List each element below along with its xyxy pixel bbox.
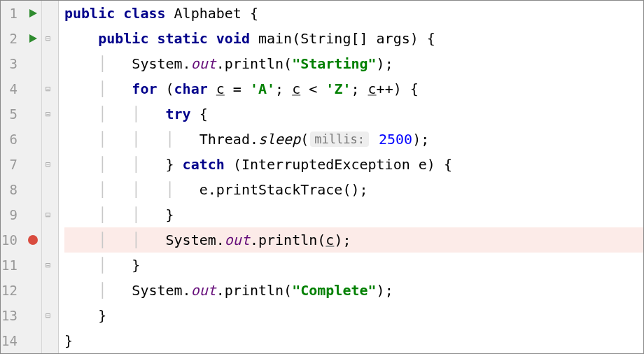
number-2500: 2500 [379,131,412,148]
class-system: System [166,232,216,248]
gutter-row: 10 [1,227,58,253]
method-println: println [225,282,284,299]
gutter-row: 7 ⊟ [1,152,58,177]
keyword-public: public [98,30,148,47]
line-number: 8 [1,182,23,197]
gutter-row: 13 ⊟ [1,303,58,328]
gutter-row: 3 [1,51,58,76]
code-line[interactable]: │ │ } catch (InterruptedException e) { [64,152,643,177]
field-out: out [191,282,216,299]
code-line[interactable]: │ │ } [64,202,643,227]
method-println: println [225,55,284,72]
method-sleep: sleep [258,131,300,148]
line-number: 14 [1,333,23,348]
fold-close-icon[interactable]: ⊟ [46,261,50,269]
class-thread: Thread [200,131,250,148]
code-line[interactable]: │ System.out.println("Starting"); [64,51,643,76]
fold-open-icon[interactable]: ⊟ [46,85,50,93]
stmt-stacktrace: e.printStackTrace() [200,181,360,198]
char-z: 'Z' [326,80,351,97]
char-a: 'A' [250,80,275,97]
params: String[] args [300,30,410,47]
gutter-row: 12 [1,278,58,303]
fold-open-icon[interactable]: ⊟ [46,34,50,43]
code-line[interactable]: │ │ try { [64,101,643,127]
breakpoint-icon[interactable] [26,233,40,247]
method-main: main [258,30,292,47]
line-number: 1 [1,6,23,21]
keyword-catch: catch [183,156,225,173]
svg-marker-0 [29,9,37,17]
code-line[interactable]: │ │ │ e.printStackTrace(); [64,177,643,202]
keyword-for: for [132,80,157,97]
keyword-char: char [174,80,208,97]
param-hint-millis: millis: [310,132,369,147]
gutter-row: 2 ⊟ [1,26,58,51]
code-editor: 1 2 ⊟ 3 4 ⊟ 5 ⊟ 6 [1,1,643,353]
exception-type: InterruptedException e [241,156,427,173]
gutter-row: 1 [1,1,58,26]
code-line-breakpoint[interactable]: │ │ System.out.println(c); [64,227,643,253]
run-icon[interactable] [26,31,40,45]
gutter-row: 4 ⊟ [1,76,58,101]
run-icon[interactable] [26,6,40,20]
keyword-static: static [157,30,207,47]
string-complete: "Complete" [292,282,376,299]
fold-close-icon[interactable]: ⊟ [46,160,50,169]
line-number: 5 [1,106,23,122]
code-line[interactable]: public class Alphabet { [64,1,643,26]
keyword-public: public [64,5,115,22]
code-line[interactable]: } [64,303,643,328]
code-line[interactable]: │ System.out.println("Complete"); [64,278,643,303]
line-number: 10 [1,232,23,248]
code-line[interactable]: public static void main(String[] args) { [64,26,643,51]
keyword-try: try [166,106,191,122]
class-system: System [132,55,182,72]
method-println: println [258,232,317,248]
gutter-row: 6 [1,127,58,152]
gutter-row: 9 ⊟ [1,202,58,227]
gutter-row: 5 ⊟ [1,101,58,127]
keyword-class: class [123,5,165,22]
fold-open-icon[interactable]: ⊟ [46,110,50,118]
class-system: System [132,282,182,299]
var-c: c [292,80,300,97]
line-number: 6 [1,132,23,147]
fold-close-icon[interactable]: ⊟ [46,311,50,320]
code-line[interactable]: │ } [64,253,643,278]
code-area[interactable]: public class Alphabet { public static vo… [59,1,643,353]
line-number: 3 [1,56,23,71]
gutter-row: 8 [1,177,58,202]
keyword-void: void [216,30,250,47]
class-name: Alphabet [174,5,241,22]
var-c: c [368,80,377,97]
var-c: c [216,80,225,97]
gutter-row: 14 [1,328,58,353]
gutter: 1 2 ⊟ 3 4 ⊟ 5 ⊟ 6 [1,1,59,353]
line-number: 13 [1,308,23,323]
line-number: 12 [1,283,23,298]
var-c: c [326,232,334,248]
fold-close-icon[interactable]: ⊟ [46,211,50,219]
line-number: 2 [1,31,23,46]
code-line[interactable]: │ for (char c = 'A'; c < 'Z'; c++) { [64,76,643,101]
line-number: 4 [1,81,23,97]
code-line[interactable]: │ │ │ Thread.sleep(millis: 2500); [64,127,643,152]
line-number: 11 [1,257,23,273]
gutter-row: 11 ⊟ [1,253,58,278]
field-out: out [225,232,250,248]
line-number: 9 [1,207,23,222]
svg-point-2 [28,235,38,245]
line-number: 7 [1,157,23,172]
svg-marker-1 [29,34,37,43]
code-line[interactable]: } [64,328,643,353]
string-starting: "Starting" [292,55,376,72]
field-out: out [191,55,216,72]
